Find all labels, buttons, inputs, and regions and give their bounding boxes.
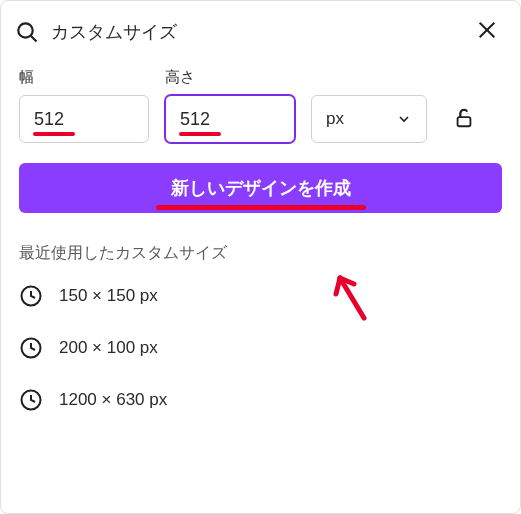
svg-rect-4 — [458, 117, 471, 126]
unlock-icon — [453, 107, 475, 129]
recent-size-label: 200 × 100 px — [59, 338, 158, 358]
clock-icon — [19, 388, 43, 412]
recent-size-item[interactable]: 200 × 100 px — [19, 322, 502, 374]
search-row: カスタムサイズ — [1, 1, 520, 68]
close-icon — [476, 19, 498, 41]
width-input-wrap — [19, 95, 149, 143]
create-design-button[interactable]: 新しいデザインを作成 — [19, 163, 502, 213]
height-label: 高さ — [165, 68, 295, 87]
clock-icon — [19, 336, 43, 360]
search-icon — [15, 20, 39, 44]
lock-aspect-button[interactable] — [447, 101, 481, 138]
annotation-underline — [156, 205, 366, 210]
search-text[interactable]: カスタムサイズ — [51, 20, 460, 44]
recent-size-label: 1200 × 630 px — [59, 390, 167, 410]
recent-sizes-list: 150 × 150 px 200 × 100 px 1200 × 630 px — [1, 270, 520, 426]
svg-line-1 — [31, 36, 37, 42]
svg-point-0 — [18, 23, 32, 37]
height-input-wrap — [165, 95, 295, 143]
chevron-down-icon — [396, 111, 412, 127]
width-label: 幅 — [19, 68, 149, 87]
custom-size-panel: カスタムサイズ 幅 高さ px — [0, 0, 521, 514]
unit-select[interactable]: px — [311, 95, 427, 143]
dimension-inputs: px — [1, 87, 520, 143]
close-button[interactable] — [472, 15, 502, 48]
recent-size-label: 150 × 150 px — [59, 286, 158, 306]
recent-size-item[interactable]: 150 × 150 px — [19, 270, 502, 322]
recent-sizes-title: 最近使用したカスタムサイズ — [1, 213, 520, 270]
height-input[interactable] — [165, 95, 295, 143]
clock-icon — [19, 284, 43, 308]
width-input[interactable] — [19, 95, 149, 143]
unit-value: px — [326, 109, 344, 129]
create-row: 新しいデザインを作成 — [1, 143, 520, 213]
dimension-labels: 幅 高さ — [1, 68, 520, 87]
create-button-label: 新しいデザインを作成 — [171, 178, 351, 198]
recent-size-item[interactable]: 1200 × 630 px — [19, 374, 502, 426]
